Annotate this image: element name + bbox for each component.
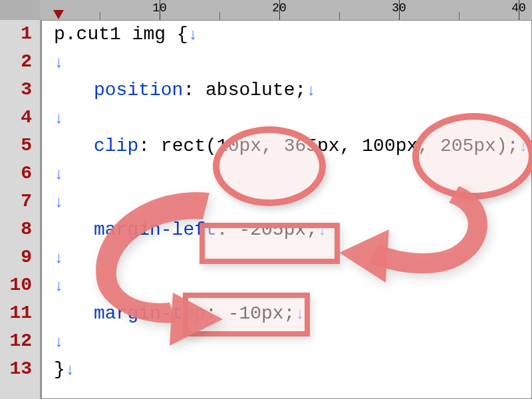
css-property: clip xyxy=(94,136,138,156)
code-line: }↓ xyxy=(42,356,531,384)
line-number: 9 xyxy=(0,243,40,271)
eol-icon: ↓ xyxy=(317,221,327,239)
css-property: position xyxy=(94,80,183,100)
css-value: : -205px; xyxy=(217,219,317,240)
ruler-tick-label: 20 xyxy=(272,1,287,15)
line-number: 5 xyxy=(0,132,40,160)
css-property: margin-left xyxy=(94,219,217,240)
code-line: ↓ xyxy=(42,188,531,216)
css-value: : -10px; xyxy=(205,303,295,324)
code-text: } xyxy=(54,359,65,380)
line-number: 4 xyxy=(0,104,40,132)
line-number: 13 xyxy=(0,355,40,383)
line-number: 3 xyxy=(0,76,40,104)
code-line: margin-top: -10px;↓ xyxy=(42,300,531,328)
eol-icon: ↓ xyxy=(54,194,63,211)
line-number: 1 xyxy=(0,20,40,48)
eol-icon: ↓ xyxy=(65,361,74,379)
code-line: ↓ xyxy=(42,160,531,188)
line-number: 8 xyxy=(0,215,40,243)
eol-icon: ↓ xyxy=(54,249,63,267)
code-line: ↓ xyxy=(42,49,531,76)
eol-icon: ↓ xyxy=(54,333,63,351)
css-property: margin-top xyxy=(94,303,205,324)
code-line: position: absolute;↓ xyxy=(42,76,531,104)
eol-icon: ↓ xyxy=(306,82,315,100)
ruler-tick-label: 40 xyxy=(511,1,526,15)
eol-icon: ↓ xyxy=(54,166,63,184)
ruler-tick-label: 10 xyxy=(152,1,167,15)
code-text: p.cut1 img { xyxy=(54,24,188,45)
line-number: 12 xyxy=(0,327,40,355)
code-line: ↓ xyxy=(42,244,531,272)
code-line: p.cut1 img {↓ xyxy=(42,21,531,49)
eol-icon: ↓ xyxy=(54,110,63,128)
eol-icon: ↓ xyxy=(54,277,63,295)
line-number: 2 xyxy=(0,48,40,76)
eol-icon: ↓ xyxy=(295,305,304,323)
eol-icon: ↓ xyxy=(188,26,198,44)
ruler-tick-label: 30 xyxy=(392,1,406,15)
code-line: clip: rect(10px, 365px, 100px, 205px);↓ xyxy=(42,132,531,160)
css-value: : absolute; xyxy=(183,80,306,100)
horizontal-ruler: 10 20 30 40 xyxy=(40,0,532,21)
line-number-gutter: 1 2 3 4 5 6 7 8 9 10 11 12 13 xyxy=(0,20,41,399)
code-line: margin-left: -205px;↓ xyxy=(42,216,531,244)
line-number: 10 xyxy=(0,271,40,299)
eol-icon: ↓ xyxy=(519,138,528,156)
code-line: ↓ xyxy=(42,328,531,356)
line-number: 11 xyxy=(0,299,40,327)
caret-marker-icon xyxy=(53,10,64,19)
css-value: : rect(10px, 365px, 100px, 205px); xyxy=(138,136,518,156)
code-line: ↓ xyxy=(42,104,531,132)
code-line: ↓ xyxy=(42,272,531,300)
code-editor[interactable]: p.cut1 img {↓ ↓ position: absolute;↓ ↓ c… xyxy=(41,20,532,399)
eol-icon: ↓ xyxy=(54,54,63,72)
line-number: 6 xyxy=(0,160,40,188)
line-number: 7 xyxy=(0,188,40,215)
